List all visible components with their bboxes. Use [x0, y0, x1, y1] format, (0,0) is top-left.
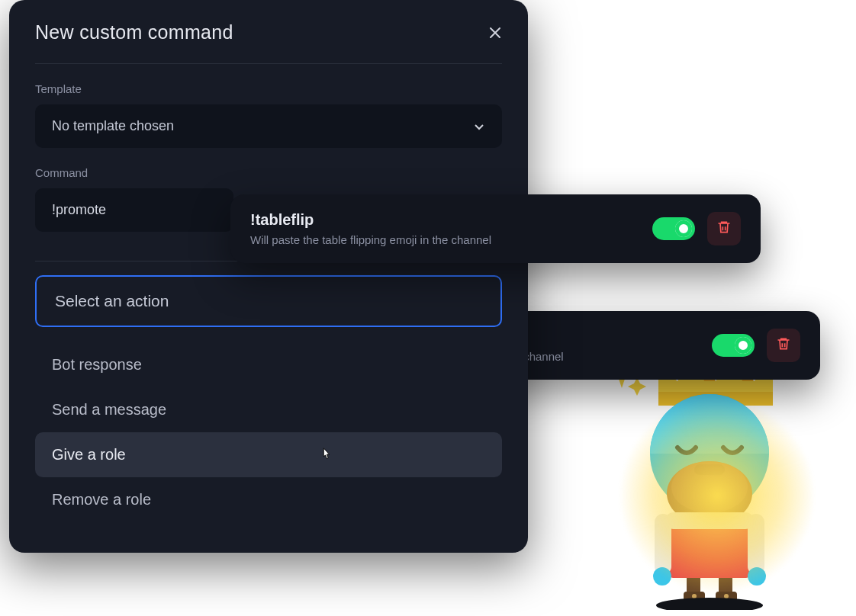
- option-label: Give a role: [52, 446, 126, 463]
- command-label: Command: [35, 166, 502, 179]
- option-remove-role[interactable]: Remove a role: [35, 477, 502, 522]
- trash-icon: [716, 220, 732, 238]
- action-select[interactable]: Select an action: [35, 275, 502, 327]
- modal-title: New custom command: [35, 21, 233, 43]
- action-options-list: Bot response Send a message Give a role …: [35, 342, 502, 522]
- trash-icon: [776, 336, 791, 355]
- svg-point-6: [650, 394, 769, 513]
- svg-point-20: [692, 594, 697, 598]
- pointer-cursor-icon: [317, 447, 334, 464]
- close-button[interactable]: [488, 26, 502, 40]
- svg-rect-17: [719, 578, 732, 595]
- template-value: No template chosen: [52, 118, 174, 134]
- option-give-role[interactable]: Give a role: [35, 432, 502, 477]
- svg-rect-12: [655, 514, 671, 575]
- delete-button[interactable]: [767, 329, 800, 362]
- svg-rect-11: [665, 512, 754, 529]
- enable-toggle[interactable]: [652, 217, 695, 240]
- template-label: Template: [35, 82, 502, 95]
- new-command-modal: New custom command Template No template …: [9, 0, 528, 553]
- svg-point-7: [667, 461, 752, 525]
- svg-rect-10: [665, 518, 754, 578]
- svg-marker-1: [628, 377, 646, 396]
- svg-rect-16: [687, 578, 700, 595]
- option-send-message[interactable]: Send a message: [35, 387, 502, 432]
- delete-button[interactable]: [707, 212, 741, 245]
- command-name: !tableflip: [250, 211, 637, 229]
- svg-rect-13: [748, 514, 764, 575]
- chevron-down-icon: [473, 120, 485, 133]
- template-select[interactable]: No template chosen: [35, 104, 502, 148]
- svg-rect-9: [694, 464, 725, 475]
- svg-point-14: [653, 567, 671, 586]
- command-description: Will paste the table flipping emoji in t…: [250, 233, 637, 246]
- command-input[interactable]: !promote: [35, 188, 233, 232]
- svg-rect-18: [684, 592, 705, 602]
- close-icon: [488, 26, 502, 40]
- svg-rect-3: [658, 392, 773, 406]
- svg-point-21: [724, 594, 729, 598]
- svg-point-15: [748, 567, 766, 586]
- option-bot-response[interactable]: Bot response: [35, 342, 502, 387]
- svg-rect-19: [716, 592, 737, 602]
- enable-toggle[interactable]: [712, 334, 755, 357]
- command-card-tableflip: !tableflip Will paste the table flipping…: [230, 194, 761, 263]
- svg-point-8: [671, 461, 748, 513]
- svg-point-22: [656, 598, 763, 610]
